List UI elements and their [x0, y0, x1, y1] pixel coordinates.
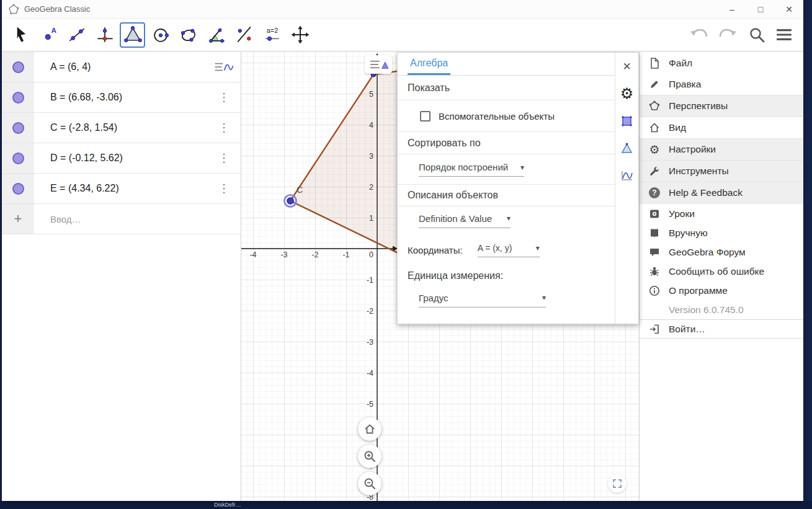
- menu-item-edit[interactable]: Правка: [640, 74, 803, 95]
- algebra-input[interactable]: [50, 214, 199, 224]
- zoom-in-icon: [363, 449, 377, 463]
- maximize-icon[interactable]: □: [746, 0, 775, 18]
- kebab-menu-icon[interactable]: ⋮: [212, 177, 236, 200]
- close-window-icon[interactable]: ✕: [775, 0, 803, 18]
- menu-label: Настройки: [669, 144, 716, 155]
- point-visibility-icon: [12, 122, 24, 134]
- slider-tool[interactable]: a=2: [259, 22, 285, 48]
- visibility-toggle-A[interactable]: [2, 52, 34, 82]
- menu-item-view[interactable]: Вид: [640, 117, 803, 139]
- menu-label: Войти…: [669, 324, 705, 335]
- menu-item-perspectives[interactable]: Перспективы: [640, 95, 803, 117]
- home-view-button[interactable]: [358, 417, 381, 441]
- circle-tool[interactable]: [148, 22, 173, 48]
- zoom-in-button[interactable]: [358, 445, 381, 468]
- hamburger-menu-icon[interactable]: [775, 27, 793, 43]
- point-definition-A: A = (6, 4): [50, 61, 91, 73]
- selected-point[interactable]: [287, 198, 293, 204]
- visibility-toggle-D[interactable]: [2, 143, 34, 173]
- close-settings-icon[interactable]: ✕: [618, 58, 636, 75]
- settings-strip: ✕ ⚙: [615, 53, 638, 324]
- unit-dropdown[interactable]: Градус ▾: [419, 293, 546, 308]
- minimize-icon[interactable]: –: [718, 0, 746, 18]
- line-tool[interactable]: [64, 22, 89, 48]
- chevron-down-icon: ▾: [520, 163, 524, 172]
- slider-handle-icon: [267, 37, 271, 40]
- menu-item-help-feedback[interactable]: ? Help & Feedback: [640, 182, 803, 204]
- svg-text:-5: -5: [367, 400, 373, 409]
- reflect-icon: [233, 24, 256, 46]
- kebab-menu-icon[interactable]: ⋮: [212, 86, 236, 109]
- visibility-toggle-C[interactable]: [2, 113, 34, 143]
- svg-text:2: 2: [369, 183, 373, 192]
- undo-icon[interactable]: [688, 25, 709, 44]
- point-tool[interactable]: A: [36, 22, 61, 48]
- menu-item-forum[interactable]: GeoGebra Форум: [640, 242, 803, 262]
- menu-label: Вид: [669, 122, 686, 133]
- algebra-row-A[interactable]: A = (6, 4): [2, 52, 241, 82]
- coordinates-row: Координаты: A = (x, y) ▾: [398, 234, 615, 265]
- taskbar-text: DiskDefr…: [214, 502, 241, 508]
- point-definition-C: C = (-2.8, 1.54): [50, 122, 117, 133]
- polygon-tool[interactable]: [120, 22, 145, 48]
- move-graphics-tool[interactable]: [287, 22, 313, 48]
- menu-item-report-bug[interactable]: Сообщить об ошибке: [640, 262, 803, 281]
- kebab-menu-icon[interactable]: ⋮: [212, 116, 236, 139]
- tab-algebra[interactable]: Алгебра: [408, 58, 450, 75]
- algebra-stylebar-button[interactable]: [212, 55, 236, 79]
- chevron-down-icon: ▾: [536, 244, 540, 252]
- auxiliary-objects-row[interactable]: Вспомогательные объекты: [398, 100, 615, 132]
- visibility-toggle-B[interactable]: [2, 82, 34, 112]
- menu-item-version: Version 6.0.745.0: [640, 300, 803, 319]
- algebra-row-B[interactable]: B = (6.68, -3.06) ⋮: [2, 82, 241, 113]
- settings-object-icon[interactable]: [618, 139, 636, 157]
- menu-item-file[interactable]: Файл: [640, 52, 803, 74]
- perpendicular-line-tool[interactable]: [92, 22, 117, 48]
- algebra-stylebar-icon: [212, 58, 236, 76]
- tutorials-icon: [648, 208, 661, 220]
- menu-item-about[interactable]: О программе: [640, 281, 803, 300]
- algebra-row-C[interactable]: C = (-2.8, 1.54) ⋮: [2, 113, 241, 143]
- conic-tool[interactable]: [176, 22, 201, 48]
- algebra-view: A = (6, 4) B = (6.68, -3.06) ⋮: [2, 52, 241, 501]
- point-label: A: [51, 26, 56, 34]
- menu-item-tools[interactable]: Инструменты: [640, 161, 803, 182]
- point-definition-E: E = (4.34, 6.22): [50, 183, 119, 194]
- zoom-out-button[interactable]: [358, 472, 381, 495]
- angle-tool[interactable]: [203, 22, 229, 48]
- settings-algebra-icon[interactable]: [618, 167, 636, 184]
- menu-item-settings[interactable]: ⚙ Настройки: [640, 139, 803, 161]
- fullscreen-button[interactable]: [608, 474, 627, 493]
- settings-gear-icon[interactable]: ⚙: [618, 85, 636, 102]
- sort-dropdown[interactable]: Порядок построений ▾: [419, 162, 524, 177]
- menu-label: GeoGebra Форум: [669, 247, 746, 258]
- sort-heading: Сортировать по: [398, 132, 615, 154]
- kebab-menu-icon[interactable]: ⋮: [212, 146, 236, 170]
- move-tool[interactable]: [8, 22, 33, 48]
- home-icon: [364, 423, 376, 435]
- reflect-tool[interactable]: [231, 22, 257, 48]
- toolbar: A: [2, 19, 803, 51]
- add-input-button[interactable]: +: [2, 204, 34, 234]
- graphics-stylebar-button[interactable]: [365, 55, 392, 74]
- descriptions-dropdown[interactable]: Definition & Value ▾: [419, 213, 511, 228]
- home-icon: [648, 122, 661, 134]
- svg-text:5: 5: [369, 90, 373, 99]
- menu-item-sign-in[interactable]: Войти…: [640, 319, 803, 339]
- version-label: Version 6.0.745.0: [648, 304, 744, 316]
- redo-icon[interactable]: [718, 25, 739, 44]
- algebra-row-E[interactable]: E = (4.34, 6.22) ⋮: [2, 174, 241, 204]
- menu-item-tutorials[interactable]: Уроки: [640, 204, 803, 223]
- point-definition-B: B = (6.68, -3.06): [50, 92, 122, 103]
- settings-graphics-icon[interactable]: [618, 112, 636, 130]
- algebra-input-row[interactable]: +: [2, 204, 241, 234]
- coordinates-dropdown[interactable]: A = (x, y) ▾: [478, 243, 540, 257]
- search-icon[interactable]: [747, 25, 766, 44]
- visibility-toggle-E[interactable]: [2, 174, 34, 203]
- geogebra-logo-icon: [8, 4, 19, 15]
- menu-item-manual[interactable]: Вручную: [640, 223, 803, 242]
- move-cursor-icon: [10, 24, 32, 46]
- algebra-row-D[interactable]: D = (-0.12, 5.62) ⋮: [2, 143, 241, 174]
- sort-value: Порядок построений: [419, 162, 508, 172]
- auxiliary-checkbox[interactable]: [420, 111, 431, 122]
